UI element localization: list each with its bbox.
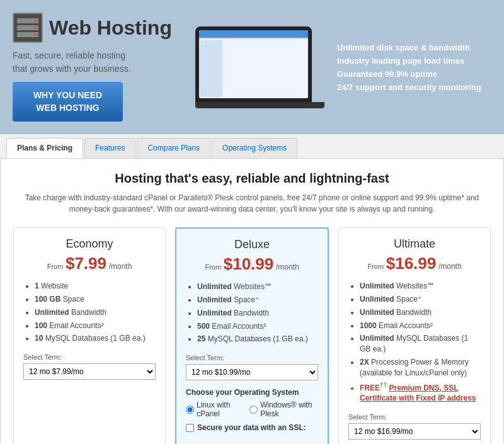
- main-title: Hosting that's easy, reliable and lightn…: [13, 171, 491, 186]
- plan-deluxe-features: Unlimited Websites℠ Unlimited Space⁺ Unl…: [186, 282, 318, 344]
- os-options: Linux with cPanel Windows® with Plesk: [186, 401, 318, 418]
- tabs: Plans & Pricing Features Compare Plans O…: [0, 134, 504, 159]
- laptop-base: [195, 102, 324, 108]
- header-features: Unlimited disk space & bandwidth Industr…: [337, 43, 491, 92]
- plan-economy-select-label: Select Term:: [23, 353, 156, 361]
- server-icon: [13, 13, 43, 43]
- feature-item: Unlimited Space⁺: [197, 295, 318, 305]
- feature-item: 500 Email Accounts²: [197, 321, 318, 332]
- feature-item: Unlimited Websites℠: [360, 281, 481, 292]
- laptop-frame: [195, 26, 312, 102]
- plan-deluxe: Deluxe From $10.99 /month Unlimited Webs…: [175, 227, 329, 444]
- plan-deluxe-name: Deluxe: [186, 238, 318, 251]
- header: Web Hosting Fast, secure, reliable hosti…: [0, 0, 504, 134]
- feature-item: Unlimited Space⁺: [360, 294, 481, 305]
- tab-plans-pricing[interactable]: Plans & Pricing: [6, 138, 83, 158]
- feature-item: 1000 Email Accounts²: [360, 321, 481, 331]
- plan-deluxe-from: From: [205, 263, 221, 271]
- plan-deluxe-select[interactable]: 12 mo $10.99/mo: [186, 364, 318, 380]
- os-linux-radio[interactable]: [186, 406, 194, 414]
- main-description: Take charge with industry-standard cPane…: [13, 192, 491, 215]
- feature-item: Unlimited Bandwidth: [35, 307, 156, 318]
- plan-economy-from: From: [47, 263, 64, 270]
- plan-economy-price: $7.99: [66, 254, 106, 273]
- os-windows-radio[interactable]: [249, 406, 258, 414]
- header-logo: Web Hosting: [13, 13, 183, 43]
- feature-item-red: FREE†† Premium DNS, SSL Certificate with…: [360, 381, 481, 404]
- ssl-section: Secure your data with an SSL:: [186, 423, 318, 432]
- plan-ultimate-per: /month: [438, 262, 462, 271]
- os-section-label: Choose your Operating System: [186, 388, 318, 397]
- plan-economy-features: 1 Website 100 GB Space Unlimited Bandwid…: [23, 281, 156, 344]
- feature-item-4: 24/7 support and security monitoring: [337, 83, 491, 92]
- tab-operating-systems[interactable]: Operating Systems: [212, 138, 297, 158]
- feature-item: 10 MySQL Databases (1 GB ea.): [35, 333, 156, 344]
- feature-item: 1 Website: [35, 281, 156, 292]
- plan-economy-name: Economy: [23, 237, 156, 251]
- plan-ultimate-price-row: From $16.99 /month: [348, 254, 481, 273]
- feature-item: 100 Email Accounts²: [35, 321, 156, 331]
- plan-economy: Economy From $7.99 /month 1 Website 100 …: [13, 227, 166, 444]
- why-you-need-button[interactable]: WHY YOU NEED WEB HOSTING: [13, 82, 123, 122]
- plan-economy-per: /month: [109, 262, 132, 271]
- plan-ultimate: Ultimate From $16.99 /month Unlimited We…: [338, 227, 491, 444]
- header-tagline: Fast, secure, reliable hosting that grow…: [13, 49, 183, 76]
- feature-item-3: Guaranteed 99.9% uptime: [337, 69, 491, 79]
- feature-item: Unlimited MySQL Databases (1 GB ea.): [360, 333, 481, 355]
- plan-ultimate-features: Unlimited Websites℠ Unlimited Space⁺ Unl…: [348, 281, 481, 404]
- ssl-checkbox[interactable]: [186, 424, 194, 432]
- plan-economy-price-row: From $7.99 /month: [23, 254, 156, 273]
- plan-economy-select[interactable]: 12 mo $7.99/mo: [23, 363, 156, 380]
- os-windows-label: Windows® with Plesk: [260, 401, 318, 418]
- feature-item: 2X Processing Power & Memory (available …: [360, 357, 481, 379]
- plan-ultimate-select-label: Select Term:: [348, 413, 481, 421]
- feature-item: Unlimited Bandwidth: [197, 308, 318, 319]
- plan-deluxe-price: $10.99: [224, 254, 274, 273]
- ssl-label: Secure your data with an SSL:: [197, 423, 306, 432]
- header-left: Web Hosting Fast, secure, reliable hosti…: [13, 13, 183, 122]
- os-windows-option[interactable]: Windows® with Plesk: [249, 401, 318, 418]
- plan-deluxe-per: /month: [276, 263, 299, 271]
- feature-item: Unlimited Websites℠: [197, 282, 318, 292]
- tab-compare-plans[interactable]: Compare Plans: [137, 138, 210, 158]
- header-title: Web Hosting: [49, 16, 172, 40]
- os-linux-option[interactable]: Linux with cPanel: [186, 401, 243, 418]
- main-content: Hosting that's easy, reliable and lightn…: [0, 159, 504, 444]
- laptop-screen: [199, 30, 308, 98]
- feature-item-1: Unlimited disk space & bandwidth: [337, 43, 491, 52]
- feature-item-2: Industry leading page load times: [337, 56, 491, 65]
- plan-deluxe-price-row: From $10.99 /month: [186, 254, 318, 274]
- plans-container: Economy From $7.99 /month 1 Website 100 …: [13, 227, 491, 444]
- header-laptop: [195, 26, 324, 108]
- os-linux-label: Linux with cPanel: [197, 401, 243, 418]
- plan-ultimate-name: Ultimate: [348, 237, 481, 251]
- plan-ultimate-select[interactable]: 12 mo $16.99/mo: [348, 423, 481, 440]
- feature-item: 100 GB Space: [35, 294, 156, 305]
- plan-deluxe-select-label: Select Term:: [186, 354, 318, 361]
- plan-ultimate-from: From: [367, 263, 384, 270]
- feature-item: Unlimited Bandwidth: [360, 307, 481, 318]
- tab-features[interactable]: Features: [84, 138, 135, 158]
- plan-ultimate-price: $16.99: [386, 254, 437, 273]
- feature-item: 25 MySQL Databases (1 GB ea.): [197, 334, 318, 344]
